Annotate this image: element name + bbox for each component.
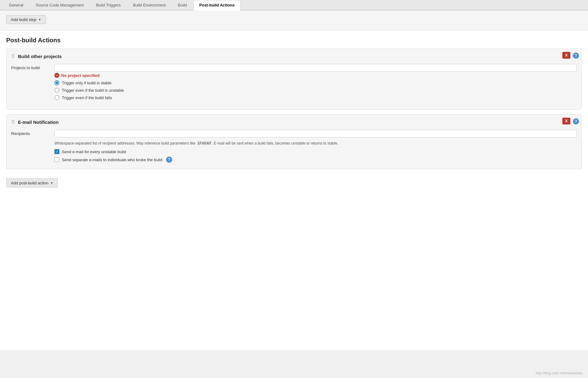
checkbox-every-unstable[interactable]: Send e-mail for every unstable build [54, 149, 577, 154]
tab-general[interactable]: General [3, 0, 29, 10]
tab-scm[interactable]: Source Code Management [30, 0, 89, 10]
add-build-step-button[interactable]: Add build step ▼ [6, 15, 46, 24]
checkbox-every-unstable-label: Send e-mail for every unstable build [62, 149, 126, 154]
no-project-error: − No project specified [54, 73, 577, 78]
drag-handle-icon[interactable]: ⠿ [11, 53, 15, 59]
checkbox-separate-emails[interactable]: Send separate e-mails to individuals who… [54, 157, 162, 162]
trigger-radio-group: Trigger only if build is stable Trigger … [54, 80, 577, 100]
add-post-build-action-button[interactable]: Add post-build action ▼ [6, 178, 58, 187]
main-content: Add build step ▼ Post-build Actions X ? … [0, 10, 588, 350]
add-build-step-arrow: ▼ [38, 18, 41, 21]
projects-to-build-label: Projects to build [11, 64, 54, 70]
add-post-build-action-arrow: ▼ [50, 181, 53, 185]
tab-build-triggers[interactable]: Build Triggers [90, 0, 126, 10]
radio-fails-circle [54, 95, 59, 100]
top-section: Add build step ▼ [0, 10, 588, 31]
checkbox-separate-emails-label: Send separate e-mails to individuals who… [62, 158, 162, 162]
close-email-notification-button[interactable]: X [562, 118, 570, 124]
recipients-label: Recipients [11, 130, 54, 136]
radio-fails[interactable]: Trigger even if the build fails [54, 95, 577, 100]
projects-to-build-field: − No project specified Trigger only if b… [54, 64, 577, 100]
build-other-projects-card: X ? ⠿ Build other projects Projects to b… [6, 48, 582, 110]
radio-unstable-label: Trigger even if the build is unstable [62, 88, 124, 93]
email-card-title: E-mail Notification [18, 120, 59, 125]
radio-stable-circle [54, 80, 59, 85]
email-description: Whitespace-separated list of recipient a… [54, 141, 577, 146]
card-header: ⠿ Build other projects [11, 53, 577, 59]
email-desc-container: Whitespace-separated list of recipient a… [11, 141, 577, 163]
radio-fails-label: Trigger even if the build fails [62, 95, 112, 100]
radio-unstable[interactable]: Trigger even if the build is unstable [54, 88, 577, 93]
help-separate-emails-icon[interactable]: ? [166, 157, 172, 163]
projects-to-build-row: Projects to build − No project specified… [11, 64, 577, 100]
projects-to-build-input[interactable] [54, 64, 577, 72]
recipients-input[interactable] [54, 130, 577, 137]
recipients-field [54, 130, 577, 137]
error-icon: − [54, 73, 59, 78]
tab-post-build[interactable]: Post-build Actions [194, 0, 241, 10]
radio-stable-label: Trigger only if build is stable [62, 81, 112, 85]
tab-bar: General Source Code Management Build Tri… [0, 0, 588, 10]
bottom-section: Add post-build action ▼ [0, 174, 588, 194]
checkbox-separate-emails-box [54, 157, 59, 162]
card-title: Build other projects [18, 54, 62, 59]
add-build-step-label: Add build step [11, 17, 36, 22]
tab-build[interactable]: Build [172, 0, 193, 10]
error-text: No project specified [61, 73, 100, 78]
page-title: Post-build Actions [0, 31, 588, 48]
add-post-build-action-label: Add post-build action [11, 181, 48, 185]
help-build-other-projects-icon[interactable]: ? [573, 52, 579, 59]
email-drag-handle-icon[interactable]: ⠿ [11, 119, 15, 125]
checkbox-group: Send e-mail for every unstable build Sen… [54, 149, 577, 163]
help-email-notification-icon[interactable]: ? [573, 118, 579, 124]
close-build-other-projects-button[interactable]: X [562, 52, 570, 59]
radio-unstable-circle [54, 88, 59, 93]
email-card-header: ⠿ E-mail Notification [11, 119, 577, 125]
email-notification-card: X ? ⠿ E-mail Notification Recipients Whi… [6, 114, 582, 169]
tab-build-environment[interactable]: Build Environment [127, 0, 172, 10]
checkbox-every-unstable-box [54, 149, 59, 154]
radio-stable[interactable]: Trigger only if build is stable [54, 80, 577, 85]
recipients-row: Recipients [11, 130, 577, 137]
